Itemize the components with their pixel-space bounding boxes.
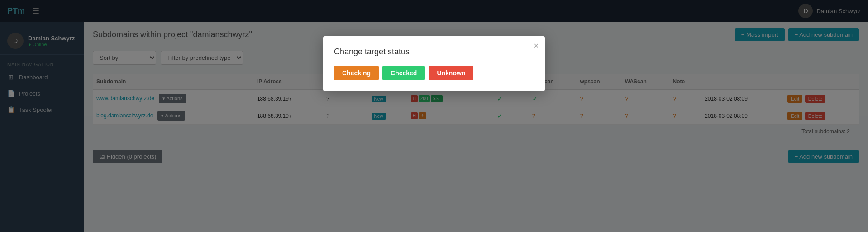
unknown-button[interactable]: Unknown — [429, 66, 473, 80]
modal-overlay: × Change target status Checking Checked … — [0, 0, 868, 232]
modal-buttons: Checking Checked Unknown — [334, 66, 534, 80]
modal-close-button[interactable]: × — [534, 42, 539, 50]
modal-title: Change target status — [334, 47, 534, 57]
change-target-status-modal: × Change target status Checking Checked … — [323, 36, 545, 91]
checked-button[interactable]: Checked — [382, 66, 425, 80]
checking-button[interactable]: Checking — [334, 66, 379, 80]
